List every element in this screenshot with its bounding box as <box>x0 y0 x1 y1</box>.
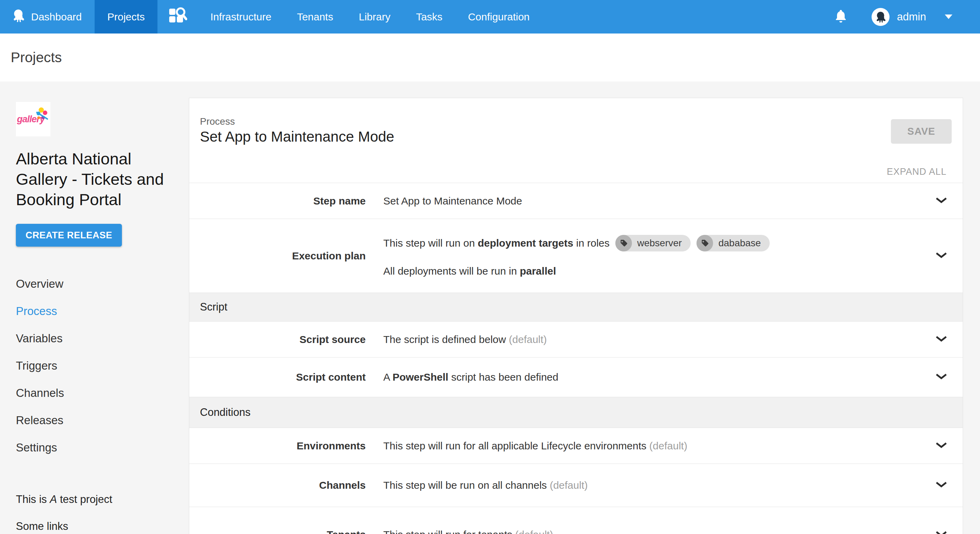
tenants-label: Tenants <box>189 529 366 534</box>
role-chip-webserver[interactable]: webserver <box>615 235 690 252</box>
script-source-label: Script source <box>189 334 366 346</box>
project-logo: gallery <box>16 102 51 136</box>
execution-plan-row[interactable]: Execution plan This step will run on dep… <box>189 218 963 293</box>
bell-icon <box>834 9 847 25</box>
tag-icon <box>697 235 713 252</box>
nav-item-label: Infrastructure <box>210 11 271 23</box>
nav-item-projects[interactable]: Projects <box>95 0 158 33</box>
create-release-button[interactable]: CREATE RELEASE <box>16 224 122 247</box>
sidebar-item-triggers[interactable]: Triggers <box>16 359 189 373</box>
script-content-row[interactable]: Script content A PowerShell script has b… <box>189 357 963 397</box>
project-name: Alberta National Gallery - Tickets and B… <box>16 148 178 210</box>
user-avatar[interactable] <box>872 8 889 26</box>
save-button[interactable]: SAVE <box>891 119 952 144</box>
process-card: Process Set App to Maintenance Mode SAVE… <box>189 98 963 534</box>
chevron-down-icon[interactable] <box>935 335 948 344</box>
nav-item-label: Library <box>359 11 391 23</box>
tenants-value: This step will run for tenants (default) <box>383 529 553 534</box>
nav-item-library[interactable]: Library <box>346 0 403 33</box>
page-title: Projects <box>11 49 62 65</box>
environments-label: Environments <box>189 440 366 452</box>
nav-item-label: Tenants <box>297 11 333 23</box>
step-name-value: Set App to Maintenance Mode <box>383 195 522 207</box>
chevron-down-icon[interactable] <box>935 531 948 534</box>
page-title-bar: Projects <box>0 33 980 81</box>
role-chip-dababase[interactable]: dababase <box>697 235 770 252</box>
process-eyebrow: Process <box>200 116 235 127</box>
nav-item-label: Projects <box>107 11 145 23</box>
nav-spacer <box>542 0 825 33</box>
project-search-icon <box>168 6 187 28</box>
section-header-conditions: Conditions <box>189 397 963 427</box>
chevron-down-icon[interactable] <box>935 373 948 381</box>
sidebar-item-releases[interactable]: Releases <box>16 413 189 427</box>
project-description: This is A test project <box>16 493 189 506</box>
chevron-down-icon[interactable] <box>935 252 948 260</box>
step-name-label: Step name <box>189 195 366 207</box>
default-badge: (default) <box>649 440 687 451</box>
nav-item-infrastructure[interactable]: Infrastructure <box>197 0 284 33</box>
execution-plan-label: Execution plan <box>189 250 366 262</box>
top-nav: Dashboard Projects Infrastructure Tenant… <box>0 0 980 33</box>
step-title: Set App to Maintenance Mode <box>200 129 395 145</box>
notifications-button[interactable] <box>825 9 857 25</box>
execution-plan-line1: This step will run on deployment targets… <box>383 235 770 252</box>
project-nav: Overview Process Variables Triggers Chan… <box>16 277 189 454</box>
default-badge: (default) <box>509 334 547 345</box>
channels-value: This step will be run on all channels (d… <box>383 480 588 491</box>
nav-item-configuration[interactable]: Configuration <box>455 0 542 33</box>
chevron-down-icon[interactable] <box>935 481 948 489</box>
sidebar-item-variables[interactable]: Variables <box>16 332 189 346</box>
octopus-logo-icon <box>11 8 25 25</box>
channels-label: Channels <box>189 480 366 491</box>
role-chip-label: dababase <box>718 238 761 249</box>
nav-item-dashboard[interactable]: Dashboard <box>0 0 95 33</box>
nav-item-project-search[interactable] <box>158 0 197 33</box>
channels-row[interactable]: Channels This step will be run on all ch… <box>189 464 963 507</box>
sidebar-item-process[interactable]: Process <box>16 304 189 318</box>
sidebar-item-settings[interactable]: Settings <box>16 441 189 454</box>
nav-item-label: Tasks <box>416 11 443 23</box>
environments-row[interactable]: Environments This step will run for all … <box>189 427 963 464</box>
script-content-label: Script content <box>189 371 366 383</box>
project-sidebar: gallery Alberta National Gallery - Ticke… <box>0 81 189 532</box>
content-area: gallery Alberta National Gallery - Ticke… <box>0 81 980 534</box>
username-label[interactable]: admin <box>897 11 926 23</box>
default-badge: (default) <box>515 529 553 534</box>
section-header-script: Script <box>189 293 963 321</box>
chevron-down-icon[interactable] <box>935 442 948 450</box>
execution-plan-line2: All deployments will be run in parallel <box>383 265 770 277</box>
role-chip-label: webserver <box>637 238 682 249</box>
nav-item-label: Configuration <box>468 11 529 23</box>
chevron-down-icon[interactable] <box>935 197 948 205</box>
nav-item-tenants[interactable]: Tenants <box>284 0 346 33</box>
environments-value: This step will run for all applicable Li… <box>383 440 687 452</box>
project-links[interactable]: Some links <box>16 520 189 532</box>
nav-item-tasks[interactable]: Tasks <box>403 0 455 33</box>
nav-item-label: Dashboard <box>31 11 82 23</box>
nav-right-group: admin <box>825 0 980 33</box>
script-source-value: The script is defined below (default) <box>383 334 547 346</box>
tenants-row[interactable]: Tenants This step will run for tenants (… <box>189 507 963 534</box>
sidebar-item-channels[interactable]: Channels <box>16 386 189 400</box>
process-card-header: Process Set App to Maintenance Mode SAVE… <box>189 98 963 183</box>
script-source-row[interactable]: Script source The script is defined belo… <box>189 321 963 357</box>
execution-plan-value: This step will run on deployment targets… <box>383 235 770 277</box>
sidebar-item-overview[interactable]: Overview <box>16 277 189 291</box>
user-menu-caret-icon[interactable] <box>945 14 952 19</box>
paint-splash-icon <box>36 107 50 127</box>
script-content-value: A PowerShell script has been defined <box>383 371 558 383</box>
step-name-row[interactable]: Step name Set App to Maintenance Mode <box>189 183 963 218</box>
tag-icon <box>615 235 632 252</box>
default-badge: (default) <box>550 480 588 491</box>
expand-all-button[interactable]: EXPAND ALL <box>887 166 947 177</box>
